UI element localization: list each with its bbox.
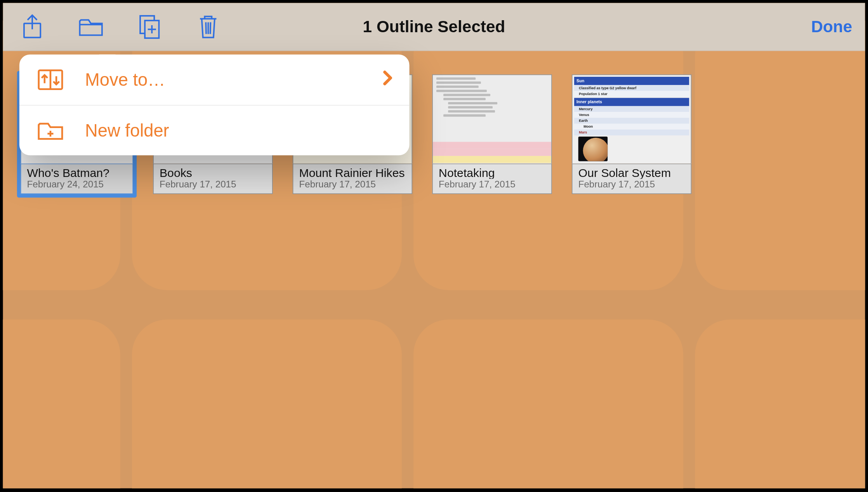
move-to-icon bbox=[36, 65, 65, 95]
trash-icon bbox=[198, 14, 219, 40]
document-name: Books bbox=[160, 166, 266, 179]
document-thumbnail: Sun Classified as type G2 yellow dwarf P… bbox=[572, 74, 691, 164]
thumb-row: Mars bbox=[574, 130, 689, 135]
thumb-row: Venus bbox=[574, 112, 689, 118]
document-meta: Books February 17, 2015 bbox=[153, 164, 273, 194]
app-window: 1 Outline Selected Done Who's Batman? Fe… bbox=[0, 0, 868, 491]
document-name: Our Solar System bbox=[578, 166, 685, 179]
thumb-row: Earth bbox=[574, 118, 689, 124]
folder-button[interactable] bbox=[75, 10, 108, 43]
new-folder-menu-item[interactable]: New folder bbox=[19, 105, 410, 155]
document-meta: Who's Batman? February 24, 2015 bbox=[21, 164, 133, 194]
document-date: February 17, 2015 bbox=[299, 179, 406, 190]
move-to-menu-item[interactable]: Move to… bbox=[19, 55, 410, 105]
chevron-right-icon bbox=[382, 69, 393, 90]
thumb-row: Population 1 star bbox=[574, 91, 689, 97]
document-item[interactable]: Sun Classified as type G2 yellow dwarf P… bbox=[572, 74, 691, 194]
folder-icon bbox=[78, 16, 104, 37]
document-name: Notetaking bbox=[439, 166, 545, 179]
duplicate-button[interactable] bbox=[133, 10, 166, 43]
thumb-row: Classified as type G2 yellow dwarf bbox=[574, 85, 689, 91]
thumb-header: Sun bbox=[574, 77, 689, 85]
document-meta: Notetaking February 17, 2015 bbox=[432, 164, 552, 194]
document-thumbnail bbox=[432, 74, 552, 164]
delete-button[interactable] bbox=[192, 10, 225, 43]
toolbar-title: 1 Outline Selected bbox=[3, 17, 865, 36]
move-to-label: Move to… bbox=[85, 70, 165, 90]
document-date: February 17, 2015 bbox=[160, 179, 266, 190]
document-name: Who's Batman? bbox=[27, 166, 127, 179]
planet-image bbox=[578, 137, 608, 161]
duplicate-icon bbox=[139, 14, 161, 40]
share-button[interactable] bbox=[16, 10, 49, 43]
new-folder-label: New folder bbox=[85, 120, 169, 140]
new-folder-icon bbox=[36, 116, 65, 145]
document-date: February 17, 2015 bbox=[578, 179, 685, 190]
document-date: February 17, 2015 bbox=[439, 179, 545, 190]
document-meta: Our Solar System February 17, 2015 bbox=[572, 164, 691, 194]
thumb-row: Moon bbox=[574, 124, 689, 130]
document-item[interactable]: Notetaking February 17, 2015 bbox=[432, 74, 552, 194]
toolbar: 1 Outline Selected Done bbox=[3, 3, 865, 51]
document-meta: Mount Rainier Hikes February 17, 2015 bbox=[293, 164, 412, 194]
thumb-header: Inner planets bbox=[574, 98, 689, 106]
share-icon bbox=[22, 14, 43, 40]
done-button[interactable]: Done bbox=[811, 17, 852, 36]
document-date: February 24, 2015 bbox=[27, 179, 127, 190]
thumb-row: Mercury bbox=[574, 106, 689, 112]
folder-popover: Move to… New folder bbox=[19, 55, 410, 156]
document-name: Mount Rainier Hikes bbox=[299, 166, 406, 179]
